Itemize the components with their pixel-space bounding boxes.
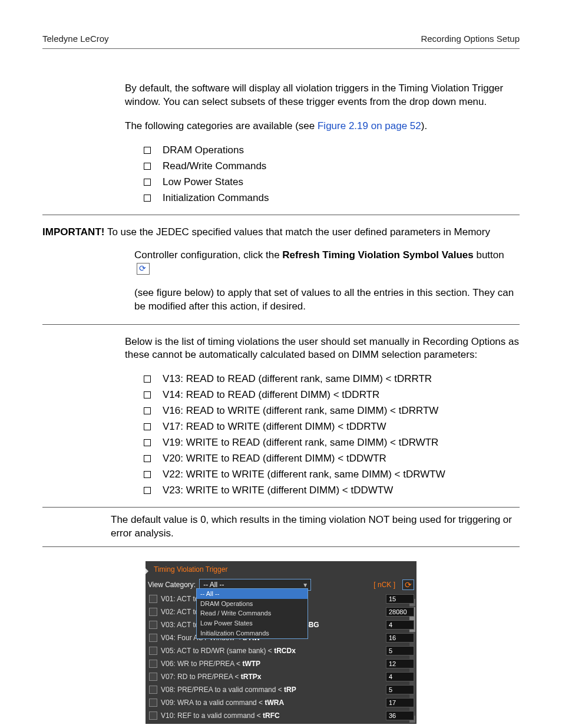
row-checkbox[interactable] [149,660,157,668]
row-checkbox[interactable] [149,647,157,655]
row-checkbox[interactable] [149,595,157,603]
view-category-label: View Category: [148,580,196,589]
row-value-input[interactable]: 4 [386,672,414,681]
header-right: Recording Options Setup [421,33,520,45]
table-row: V10: REF to a valid command < tRFC36 [148,710,414,722]
important-line-3: (see figure below) to apply that set of … [134,286,520,314]
list-item: Initialization Commands [153,192,520,205]
list-item: V14: READ to READ (different DIMM) < tDD… [153,388,520,402]
important-label: IMPORTANT! [42,226,104,238]
row-checkbox[interactable] [149,673,157,681]
list-item: V16: READ to WRITE (different rank, same… [153,404,520,418]
timing-violation-trigger-panel: Timing Violation Trigger View Category: … [146,561,416,724]
row-label: V10: REF to a valid command < tRFC [161,711,381,720]
table-row: V09: WRA to a valid command < tWRA17 [148,697,414,709]
list-item: V17: READ to WRITE (different DIMM) < tD… [153,420,520,434]
refresh-icon: ⟳ [405,579,412,591]
row-label: V08: PRE/PREA to a valid command < tRP [161,685,381,694]
important-line-2: Controller configuration, click the Refr… [134,249,520,276]
list-item: V22: WRITE to WRITE (different rank, sam… [153,468,520,482]
row-value-input[interactable]: 4 [386,620,414,630]
table-row: V08: PRE/PREA to a valid command < tRP5 [148,684,414,696]
row-checkbox[interactable] [149,634,157,642]
row-value-input[interactable]: 28080 [386,607,414,617]
list-item: Low Power States [153,176,520,189]
violations-intro: Below is the list of timing violations t… [125,335,520,363]
row-value-input[interactable]: 5 [386,646,414,655]
figure-link[interactable]: Figure 2.19 on page 52 [318,120,421,131]
row-checkbox[interactable] [149,699,157,707]
row-value-input[interactable]: 36 [386,711,414,720]
row-value-input[interactable]: 12 [386,659,414,668]
dropdown-options[interactable]: -- All -- DRAM Operations Read / Write C… [196,588,308,639]
panel-title: Timing Violation Trigger [154,565,414,574]
category-list: DRAM Operations Read/Write Commands Low … [125,144,520,205]
intro-paragraph-2: The following categories are available (… [125,120,520,133]
row-value-input[interactable]: 15 [386,594,414,604]
row-label: V09: WRA to a valid command < tWRA [161,698,381,707]
row-value-input[interactable]: 5 [386,685,414,694]
table-row: V06: WR to PRE/PREA < tWTP12 [148,658,414,670]
table-row: V05: ACT to RD/WR (same bank) < tRCDx5 [148,645,414,657]
list-item: V13: READ to READ (different rank, same … [153,373,520,386]
row-value-input[interactable]: 17 [386,698,414,707]
list-item: DRAM Operations [153,144,520,157]
table-row: V07: RD to PRE/PREA < tRTPx4 [148,671,414,683]
list-item: Read/Write Commands [153,160,520,173]
row-label: V05: ACT to RD/WR (same bank) < tRCDx [161,646,381,655]
dropdown-option[interactable]: DRAM Operations [197,599,308,609]
list-item: V23: WRITE to WRITE (different DIMM) < t… [153,484,520,498]
row-label: V07: RD to PRE/PREA < tRTPx [161,672,381,681]
dropdown-option[interactable]: Initialization Commands [197,628,308,638]
row-checkbox[interactable] [149,711,157,720]
row-checkbox[interactable] [149,686,157,694]
row-checkbox[interactable] [149,608,157,616]
intro-paragraph-1: By default, the software will display al… [125,82,520,109]
list-item: V20: WRITE to READ (different DIMM) < tD… [153,452,520,466]
dropdown-option[interactable]: -- All -- [197,589,308,599]
nck-label: [ nCK ] [373,580,395,589]
row-checkbox[interactable] [149,621,157,629]
violations-list: V13: READ to READ (different rank, same … [125,373,520,498]
header-left: Teledyne LeCroy [42,33,109,45]
refresh-icon [137,263,150,275]
list-item: V19: WRITE to READ (different rank, same… [153,436,520,450]
row-label: V06: WR to PRE/PREA < tWTP [161,659,381,668]
default-note: The default value is 0, which results in… [111,513,520,541]
dropdown-option[interactable]: Low Power States [197,618,308,628]
row-value-input[interactable]: 16 [386,633,414,643]
important-line-1: To use the JEDEC specified values that m… [107,226,490,238]
dropdown-option[interactable]: Read / Write Commands [197,608,308,618]
refresh-button[interactable]: ⟳ [402,579,414,590]
